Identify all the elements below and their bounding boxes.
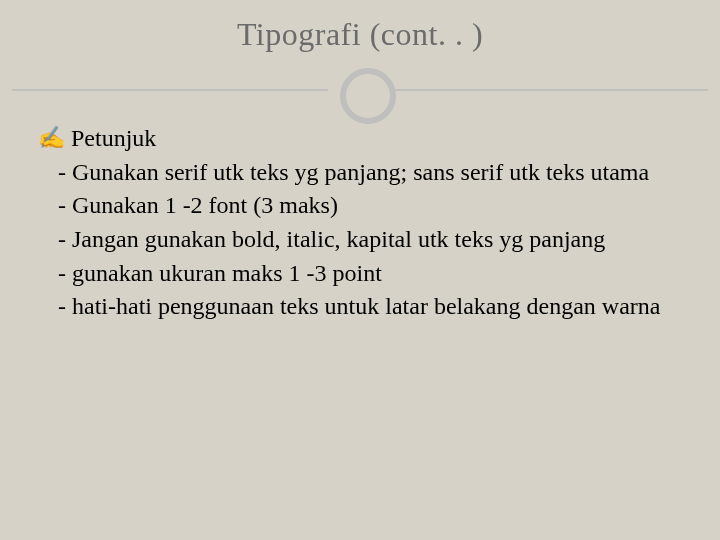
divider-line-left <box>12 89 328 91</box>
divider-line-right <box>392 89 708 91</box>
divider <box>0 65 720 115</box>
bullet-row: ✍ Petunjuk <box>38 123 682 155</box>
divider-circle-icon <box>340 68 396 124</box>
sub-list: - Gunakan serif utk teks yg panjang; san… <box>58 157 682 323</box>
body: ✍ Petunjuk - Gunakan serif utk teks yg p… <box>0 115 720 323</box>
list-item: - gunakan ukuran maks 1 -3 point <box>58 258 682 290</box>
slide: Tipografi (cont. . ) ✍ Petunjuk - Gunaka… <box>0 0 720 540</box>
bullet-label: Petunjuk <box>71 123 156 155</box>
list-item: - Gunakan serif utk teks yg panjang; san… <box>58 157 682 189</box>
list-item: - Jangan gunakan bold, italic, kapital u… <box>58 224 682 256</box>
list-item: - Gunakan 1 -2 font (3 maks) <box>58 190 682 222</box>
bullet-icon: ✍ <box>38 123 65 154</box>
slide-title: Tipografi (cont. . ) <box>237 16 483 53</box>
list-item: - hati-hati penggunaan teks untuk latar … <box>58 291 682 323</box>
title-area: Tipografi (cont. . ) <box>0 0 720 53</box>
